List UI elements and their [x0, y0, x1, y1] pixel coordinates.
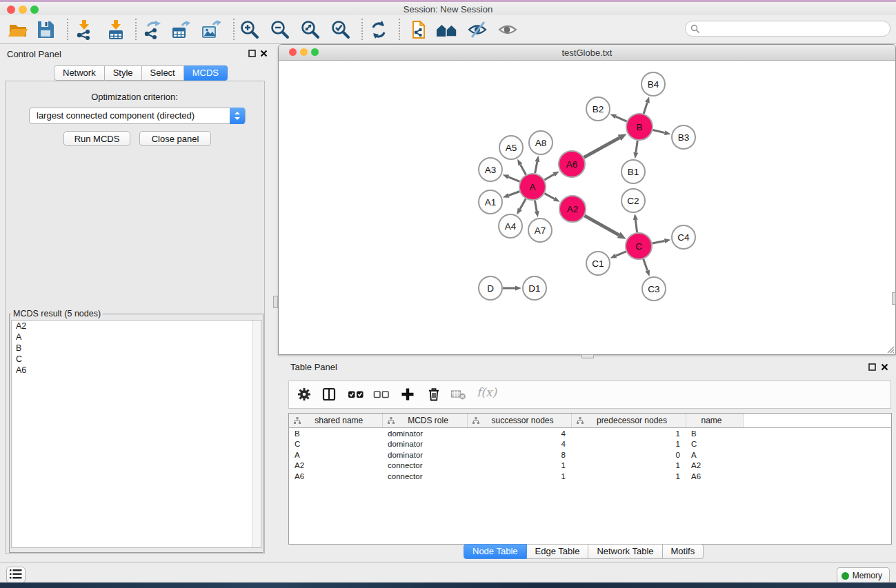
graph-edge[interactable] [503, 192, 519, 198]
graph-edge[interactable] [535, 201, 539, 218]
left-splitter-handle[interactable] [273, 296, 278, 308]
table-cell[interactable]: 1 [571, 471, 686, 482]
table-cell[interactable]: A2 [289, 460, 382, 472]
table-cell[interactable]: 1 [467, 460, 571, 472]
network-canvas[interactable]: B4B2BB3A8A5A6A3B1AA1C2A2A4A7C4CC1C3DD1 [279, 61, 895, 354]
zoom-in-button[interactable] [237, 19, 262, 41]
table-cell[interactable]: 1 [571, 428, 686, 439]
graph-edge[interactable] [633, 214, 638, 232]
table-cell[interactable]: C [686, 439, 743, 450]
network-window-titlebar[interactable]: testGlobe.txt [279, 45, 895, 61]
table-row[interactable]: Cdominator41C [289, 439, 891, 450]
import-table-button[interactable] [103, 19, 128, 41]
column-header-shared-name[interactable]: shared name [289, 414, 382, 428]
table-cell[interactable]: 8 [467, 449, 571, 460]
table-cell[interactable]: A2 [686, 460, 743, 472]
table-settings-button[interactable] [295, 386, 314, 404]
graph-edge[interactable] [644, 97, 650, 114]
graph-edge[interactable] [644, 259, 650, 276]
table-cell[interactable]: connector [382, 460, 467, 472]
tab-network[interactable]: Network [54, 65, 105, 81]
table-cell[interactable]: A6 [289, 471, 382, 482]
graph-edge[interactable] [535, 156, 539, 174]
save-session-button[interactable] [33, 19, 58, 41]
graph-edge[interactable] [633, 141, 638, 159]
graph-edge[interactable] [584, 134, 627, 157]
zoom-selected-button[interactable] [328, 19, 353, 41]
graph-edge[interactable] [653, 130, 670, 135]
resize-grip[interactable] [885, 344, 895, 354]
table-row[interactable]: A6connector11A6 [289, 471, 891, 482]
table-cell[interactable]: 4 [467, 439, 571, 450]
table-cell[interactable]: A [686, 449, 743, 460]
column-header-mcds-role[interactable]: MCDS role [382, 414, 467, 428]
table-cell[interactable]: 1 [467, 471, 571, 482]
table-row[interactable]: Adominator80A [289, 449, 891, 460]
reset-view-button[interactable] [435, 19, 459, 41]
tab-mcds[interactable]: MCDS [184, 65, 228, 81]
function-builder-button[interactable]: f(x) [477, 385, 497, 399]
graph-edge[interactable] [503, 286, 521, 291]
result-item[interactable]: A6 [12, 365, 261, 376]
search-field[interactable] [685, 21, 890, 37]
criterion-select[interactable]: largest connected component (directed) [29, 108, 246, 124]
run-mcds-button[interactable]: Run MCDS [63, 131, 130, 146]
table-cell[interactable]: 4 [467, 428, 571, 439]
deselect-all-columns-button[interactable] [372, 386, 391, 404]
graph-edge[interactable] [517, 159, 526, 175]
table-row[interactable]: Bdominator41B [289, 428, 891, 439]
table-panel-close-button[interactable] [881, 363, 888, 373]
export-table-button[interactable] [168, 19, 193, 41]
result-item[interactable]: A [12, 332, 261, 343]
table-cell[interactable]: A6 [686, 471, 743, 482]
graph-edge[interactable] [584, 216, 626, 239]
bottom-splitter-handle[interactable] [581, 354, 594, 358]
table-cell[interactable]: C [289, 439, 382, 450]
column-header-name[interactable]: name [686, 414, 743, 428]
import-network-button[interactable] [72, 19, 97, 41]
clone-network-button[interactable] [406, 19, 430, 41]
result-item[interactable]: A2 [12, 321, 261, 332]
search-input[interactable] [704, 22, 886, 35]
control-panel-float-button[interactable] [248, 49, 256, 59]
tab-select[interactable]: Select [142, 65, 184, 81]
table-cell[interactable]: connector [382, 471, 467, 482]
show-columns-button[interactable] [319, 386, 339, 404]
mcds-result-list[interactable]: A2ABCA6 [11, 320, 261, 548]
column-header-predecessor-nodes[interactable]: predecessor nodes [571, 414, 686, 428]
open-file-button[interactable] [6, 19, 30, 41]
result-item[interactable]: C [12, 354, 261, 365]
table-cell[interactable]: dominator [382, 449, 467, 460]
table-cell[interactable]: dominator [382, 428, 467, 439]
tab-motifs[interactable]: Motifs [663, 544, 704, 559]
graph-edge[interactable] [503, 174, 520, 181]
refresh-button[interactable] [366, 19, 391, 41]
graph-edge[interactable] [544, 172, 559, 180]
table-cell[interactable]: dominator [382, 439, 467, 450]
table-panel-float-button[interactable] [868, 363, 876, 373]
control-panel-close-button[interactable] [260, 49, 268, 59]
delete-table-button[interactable] [449, 386, 468, 404]
export-image-button[interactable] [199, 19, 223, 41]
graph-edge[interactable] [610, 252, 626, 258]
table-cell[interactable]: 0 [571, 449, 686, 460]
table-cell[interactable]: B [686, 428, 743, 439]
network-graph[interactable]: B4B2BB3A8A5A6A3B1AA1C2A2A4A7C4CC1C3DD1 [279, 61, 894, 354]
memory-button[interactable]: Memory [837, 567, 890, 584]
table-row[interactable]: A2connector11A2 [289, 460, 891, 472]
graph-edge[interactable] [517, 199, 526, 214]
right-splitter-handle[interactable] [892, 292, 896, 305]
show-panel-button[interactable] [495, 19, 520, 41]
task-history-button[interactable] [6, 567, 26, 583]
result-item[interactable]: B [12, 343, 261, 354]
column-header-successor-nodes[interactable]: successor nodes [467, 414, 571, 428]
table-cell[interactable]: 1 [571, 460, 686, 472]
zoom-fit-button[interactable] [298, 19, 323, 41]
table-cell[interactable]: 1 [571, 439, 686, 450]
select-all-columns-button[interactable] [346, 386, 366, 404]
tab-network-table[interactable]: Network Table [588, 544, 662, 559]
add-column-button[interactable] [398, 386, 417, 404]
tab-style[interactable]: Style [105, 65, 142, 81]
tab-node-table[interactable]: Node Table [464, 544, 527, 559]
result-scrollbar[interactable] [252, 321, 261, 547]
